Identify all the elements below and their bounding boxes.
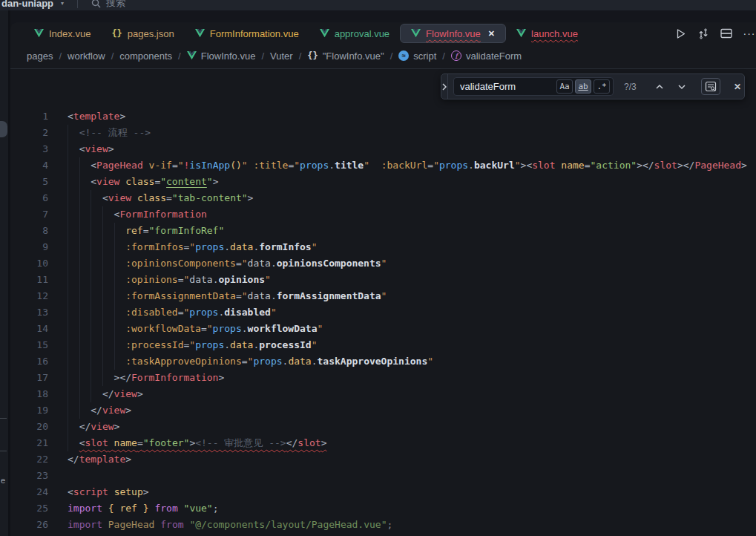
code-line[interactable]: 8ref="formInfoRef": [10, 223, 756, 239]
code-line[interactable]: 11:opinions="data.opinions": [10, 272, 756, 288]
code-token: [131, 192, 137, 203]
code-line[interactable]: 2<!-- 流程 -->: [10, 125, 756, 141]
code-area[interactable]: 1<template>2<!-- 流程 -->3<view>4<PageHead…: [10, 69, 756, 533]
code-token: =: [166, 192, 172, 203]
code-line[interactable]: 12:formAssignmentData="data.formAssignme…: [10, 288, 756, 304]
code-line[interactable]: 26import PageHead from "@/components/lay…: [10, 517, 756, 533]
indent-guide: [102, 370, 114, 386]
indent-guide: [68, 337, 79, 353]
tab-index-vue[interactable]: Index.vue: [24, 24, 101, 43]
code-line[interactable]: 10:opinionsComponents="data.opinionsComp…: [10, 255, 756, 272]
indent-guide: [79, 370, 91, 386]
next-match-button[interactable]: [674, 79, 689, 94]
code-line[interactable]: 3<view>: [10, 141, 756, 157]
tab-pages-json[interactable]: {}pages.json: [101, 24, 184, 43]
match-case-toggle[interactable]: Aa: [556, 79, 573, 94]
code-line[interactable]: 20</view>: [10, 419, 756, 435]
code-line[interactable]: 19</view>: [10, 402, 756, 419]
breadcrumb-separator: /: [111, 50, 114, 62]
code-line-content: </view>: [68, 386, 143, 402]
regex-toggle[interactable]: .*: [594, 79, 610, 94]
code-line[interactable]: 15:processId="props.data.processId": [10, 337, 756, 353]
breadcrumb-separator: /: [390, 50, 393, 62]
previous-match-button[interactable]: [652, 79, 667, 94]
indent-guide: [91, 337, 102, 353]
more-actions-icon[interactable]: ···: [743, 27, 756, 40]
line-number: 8: [10, 223, 48, 239]
code-line[interactable]: 1<template>: [10, 108, 756, 125]
close-find-button[interactable]: ✕: [729, 79, 746, 94]
indent-guide: [91, 239, 102, 255]
code-line[interactable]: 14:workflowData="props.workflowData": [10, 321, 756, 337]
code-line[interactable]: 5<view class="content">: [10, 174, 756, 190]
line-number: 18: [10, 386, 48, 402]
code-line[interactable]: 25import { ref } from "vue";: [10, 500, 756, 517]
code-line-content: :opinions="data.opinions": [68, 272, 271, 288]
find-input[interactable]: [460, 81, 554, 92]
breadcrumb-item-flowinfo-vue[interactable]: FlowInfo.vue: [187, 50, 256, 62]
toggle-replace-button[interactable]: [441, 74, 448, 99]
tab-launch-vue[interactable]: launch.vue: [506, 24, 588, 43]
code-line[interactable]: 6<view class="tab-content">: [10, 190, 756, 206]
project-name[interactable]: dan-uniapp: [1, 0, 53, 9]
code-token: "action": [591, 160, 637, 171]
indent-guide: [68, 370, 79, 386]
tab-forminformation-vue[interactable]: FormInformation.vue: [185, 24, 309, 43]
whole-word-toggle[interactable]: ab: [575, 79, 591, 94]
vue-file-icon: [516, 29, 526, 38]
code-line[interactable]: 21<slot name="footer"><!-- 审批意见 --></slo…: [10, 435, 756, 451]
tab-bar: Index.vue{}pages.jsonFormInformation.vue…: [10, 22, 756, 45]
braces-file-icon: {}: [111, 28, 122, 39]
code-line[interactable]: 18</view>: [10, 386, 756, 402]
project-dropdown-caret-icon[interactable]: ▾: [61, 0, 64, 7]
code-line-content: :workflowData="props.workflowData": [68, 321, 323, 337]
split-editor-icon[interactable]: [720, 27, 733, 40]
code-token: disabled: [224, 307, 271, 318]
code-token: :backUrl: [381, 160, 428, 171]
code-line[interactable]: 16:taskApproveOpinions="props.data.taskA…: [10, 353, 756, 370]
code-token: view: [85, 143, 108, 154]
code-token: ": [381, 258, 387, 269]
line-number: 7: [10, 206, 48, 223]
breadcrumb-item-vuter[interactable]: Vuter: [270, 50, 293, 62]
breadcrumb-item-validateform[interactable]: fvalidateForm: [451, 50, 522, 62]
breadcrumb-item-pages[interactable]: pages: [27, 50, 53, 62]
code-token: ": [381, 290, 387, 301]
code-token: ></: [637, 160, 654, 171]
find-in-selection-button[interactable]: [701, 78, 720, 95]
breadcrumb-item-script[interactable]: ≈script: [398, 50, 436, 62]
code-line[interactable]: 4<PageHead v-if="!isInApp()" :title="pro…: [10, 157, 756, 174]
vue-file-icon: [195, 29, 205, 38]
code-line[interactable]: 13:disabled="props.disabled": [10, 304, 756, 321]
code-token: setup: [114, 486, 143, 497]
close-tab-icon[interactable]: ✕: [488, 29, 495, 39]
code-token: ": [189, 339, 195, 350]
code-line-content: <view>: [68, 141, 114, 157]
find-input-box: Aaab.*: [453, 77, 614, 96]
tab-flowinfo-vue[interactable]: FlowInfo.vue✕: [400, 24, 506, 43]
editor-pane[interactable]: Aaab.* ?/3 ✕ 1<template>2<!-- 流程 -->3<vi…: [10, 68, 756, 536]
indent-guide: [91, 223, 102, 239]
code-line[interactable]: 17></FormInformation>: [10, 370, 756, 386]
sidebar-selected-item[interactable]: [0, 121, 7, 137]
code-line[interactable]: 9:formInfos="props.data.formInfos": [10, 239, 756, 255]
code-token: content: [166, 176, 207, 187]
breadcrumb-item-workflow[interactable]: workflow: [68, 50, 105, 62]
indent-guide: [102, 272, 114, 288]
code-token: >: [143, 486, 149, 497]
breadcrumb-item--flowinfo-vue-[interactable]: {}"FlowInfo.vue": [307, 50, 384, 62]
code-line[interactable]: 23: [10, 468, 756, 484]
tab-approval-vue[interactable]: approval.vue: [309, 24, 400, 43]
global-search[interactable]: 搜索: [91, 0, 125, 10]
run-icon[interactable]: [674, 27, 687, 40]
indent-guide: [114, 304, 126, 321]
sync-icon[interactable]: [697, 27, 710, 40]
indent-guide: [79, 157, 91, 174]
code-line-content: </view>: [68, 419, 119, 435]
code-line[interactable]: 22</template>: [10, 451, 756, 468]
code-token: props: [189, 307, 218, 318]
code-line[interactable]: 7<FormInformation: [10, 206, 756, 223]
vue-icon: [187, 51, 197, 60]
code-line[interactable]: 24<script setup>: [10, 484, 756, 500]
breadcrumb-item-components[interactable]: components: [119, 50, 172, 62]
